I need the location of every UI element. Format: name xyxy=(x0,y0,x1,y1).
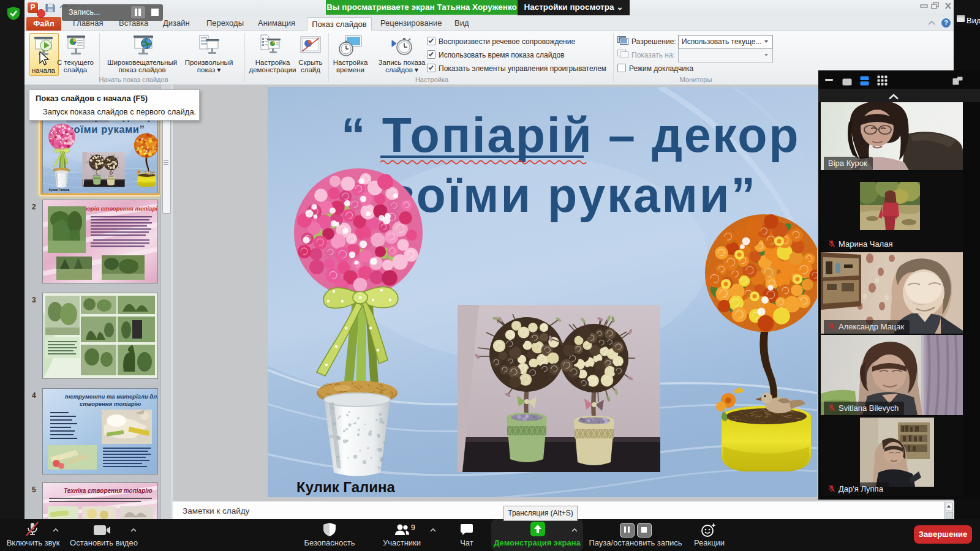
svg-text:Кулик Галина: Кулик Галина xyxy=(296,479,395,495)
svg-text:Історія створення топіарію.: Історія створення топіарію. xyxy=(77,205,157,212)
svg-text:воїми руками”: воїми руками” xyxy=(385,168,757,222)
svg-text:“ Топіарій – декор: “ Топіарій – декор xyxy=(341,108,800,162)
svg-text:Інструменти та матеріали для: Інструменти та матеріали для xyxy=(65,393,157,400)
svg-text:створення топіарію: створення топіарію xyxy=(80,400,141,407)
svg-text:Техніка створення топіарію: Техніка створення топіарію xyxy=(64,487,153,494)
